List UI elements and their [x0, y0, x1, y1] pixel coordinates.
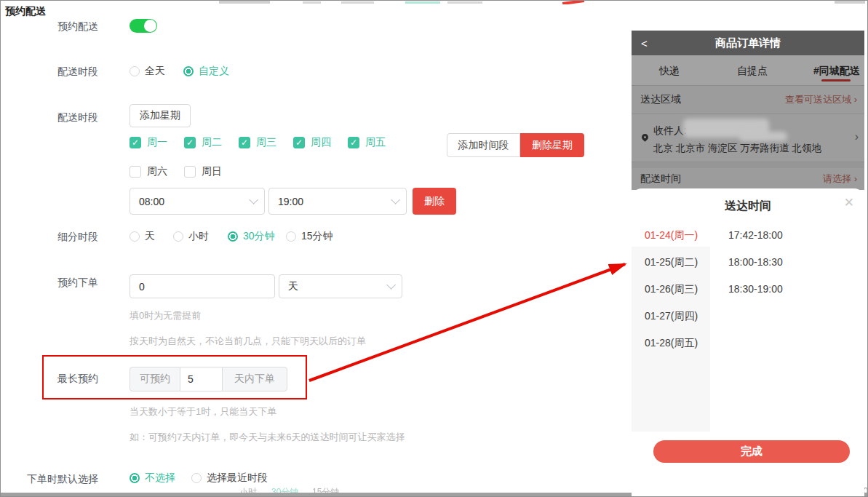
checkbox-sunday[interactable]: 周日 [184, 165, 222, 178]
time-end-select[interactable]: 19:00 [268, 188, 407, 215]
advance-hint-2: 按天时为自然天，不论当前几点，只能下明天以后的订单 [130, 335, 366, 348]
radio-label: 30分钟 [243, 230, 275, 243]
max-row-label: 最长预约 [15, 371, 98, 386]
close-icon[interactable]: ✕ [844, 195, 854, 210]
advance-unit-select[interactable]: 天 [279, 274, 402, 298]
period-row-label: 配送时段 [15, 64, 98, 79]
radio-icon [228, 231, 238, 242]
select-value: 天 [288, 280, 298, 293]
delivery-area-row[interactable]: 送达区域 查看可送达区域 › [632, 86, 864, 114]
active-tab-underline [821, 79, 851, 81]
section-gap [632, 162, 864, 168]
checkbox-label: 周二 [202, 136, 222, 149]
time-start-select[interactable]: 08:00 [130, 188, 265, 215]
delivery-time-popup: 送达时间 ✕ 01-24(周一) 01-25(周二) 01-26(周三) 01-… [632, 188, 864, 497]
add-week-button[interactable]: 添加星期 [130, 104, 191, 127]
delivery-time-link[interactable]: 请选择 › [823, 172, 857, 186]
select-value: 19:00 [278, 196, 303, 207]
radio-30min[interactable]: 30分钟 [228, 230, 275, 243]
time-slot[interactable]: 17:42-18:00 [728, 229, 783, 241]
checkbox-thursday[interactable]: 周四 [293, 136, 331, 149]
advance-row-label: 预约下单 [15, 275, 98, 290]
delete-week-button[interactable]: 删除星期 [520, 133, 584, 157]
checkbox-label: 周五 [365, 136, 386, 149]
done-button[interactable]: 完成 [653, 440, 850, 463]
radio-label: 小时 [188, 230, 209, 243]
max-hint-1: 当天数小于等于1时，只能当天下单 [130, 405, 276, 418]
date-item[interactable]: 01-25(周二) [645, 256, 698, 269]
time-slot[interactable]: 18:30-19:00 [728, 283, 783, 295]
radio-label: 全天 [145, 65, 165, 78]
max-hint-2: 如：可预约7天内订单，即今天与未来6天的送达时间可让买家选择 [130, 431, 405, 444]
radio-nearest-slot[interactable]: 选择最近时段 [191, 472, 268, 485]
date-item-selected[interactable]: 01-24(周一) [645, 229, 698, 242]
date-item[interactable]: 01-26(周三) [645, 283, 698, 296]
checkbox-icon [184, 166, 196, 178]
area-link[interactable]: 查看可送达区域 › [785, 93, 857, 106]
radio-icon [286, 231, 296, 242]
radio-label: 选择最近时段 [207, 472, 268, 485]
screenshot-root: 预约配送 预约配送 配送时段 全天 自定义 配送时段 添加星期 周一 周二 周三… [0, 0, 868, 497]
radio-custom[interactable]: 自定义 [183, 65, 229, 78]
advance-days-input[interactable]: 0 [130, 274, 275, 298]
sliver-text: 15分钟 [312, 486, 339, 493]
underlying-page-top-sliver [1, 1, 868, 4]
address-card[interactable]: 收件人: 北京 北京市 海淀区 万寿路街道 北领地 › [632, 114, 864, 162]
radio-15min[interactable]: 15分钟 [286, 230, 333, 243]
input-value: 0 [139, 281, 145, 293]
checkbox-icon [239, 137, 250, 148]
reservation-delivery-toggle[interactable] [130, 19, 157, 33]
checkbox-label: 周日 [202, 165, 222, 178]
date-item[interactable]: 01-27(周四) [645, 310, 698, 323]
radio-icon [130, 231, 140, 242]
checkbox-saturday[interactable]: 周六 [130, 165, 167, 178]
default-row-label: 下单时默认选择 [15, 472, 98, 486]
week-row-label: 配送时段 [15, 110, 98, 124]
radio-hour[interactable]: 小时 [173, 230, 209, 243]
max-suffix-label: 天内下单 [222, 367, 287, 391]
radio-label: 天 [145, 230, 155, 243]
popup-title: 送达时间 [632, 199, 864, 214]
tab-pickup[interactable]: 自提点 [737, 65, 768, 78]
delivery-time-row[interactable]: 配送时间 请选择 › [632, 168, 864, 190]
radio-icon [130, 66, 140, 76]
max-prefix-label: 可预约 [130, 367, 180, 391]
modal-title: 预约配送 [5, 5, 46, 18]
checkbox-icon [293, 137, 305, 148]
sliver-text: 30分钟 [271, 486, 298, 493]
checkbox-icon [130, 166, 141, 178]
checkbox-friday[interactable]: 周五 [348, 136, 386, 149]
checkbox-monday[interactable]: 周一 [130, 136, 167, 149]
radio-label: 15分钟 [301, 230, 333, 243]
back-chevron-icon[interactable]: < [641, 37, 648, 49]
add-time-slot-button[interactable]: 添加时间段 [447, 133, 520, 157]
radio-no-select[interactable]: 不选择 [130, 472, 175, 485]
area-label: 送达区域 [640, 93, 681, 106]
delivery-tabs: 快递 自提点 #同城配送 [632, 55, 864, 86]
tab-city-delivery[interactable]: #同城配送 [813, 65, 860, 78]
chevron-down-icon [249, 195, 258, 204]
radio-day[interactable]: 天 [130, 230, 155, 243]
chevron-down-icon [386, 280, 396, 290]
checkbox-label: 周一 [147, 136, 167, 149]
checkbox-icon [348, 137, 359, 148]
tab-express[interactable]: 快递 [659, 65, 680, 78]
max-days-input[interactable]: 5 [180, 367, 222, 391]
checkbox-wednesday[interactable]: 周三 [239, 136, 276, 149]
toggle-knob [144, 20, 156, 32]
checkbox-icon [130, 137, 141, 148]
radio-all-day[interactable]: 全天 [130, 65, 165, 78]
delete-slot-button[interactable]: 删除 [413, 188, 456, 215]
checkbox-tuesday[interactable]: 周二 [184, 136, 222, 149]
radio-icon [130, 473, 140, 483]
radio-label: 自定义 [199, 65, 229, 78]
phone-header: < 商品订单详情 [632, 31, 864, 55]
receiver-label: 收件人: [653, 124, 687, 138]
phone-header-title: 商品订单详情 [632, 36, 864, 50]
time-slot[interactable]: 18:00-18:30 [728, 256, 783, 268]
delivery-time-label: 配送时间 [640, 172, 681, 186]
radio-icon [173, 231, 183, 242]
radio-icon [191, 473, 202, 483]
granularity-row-label: 细分时段 [15, 229, 98, 244]
date-item[interactable]: 01-28(周五) [645, 337, 698, 350]
